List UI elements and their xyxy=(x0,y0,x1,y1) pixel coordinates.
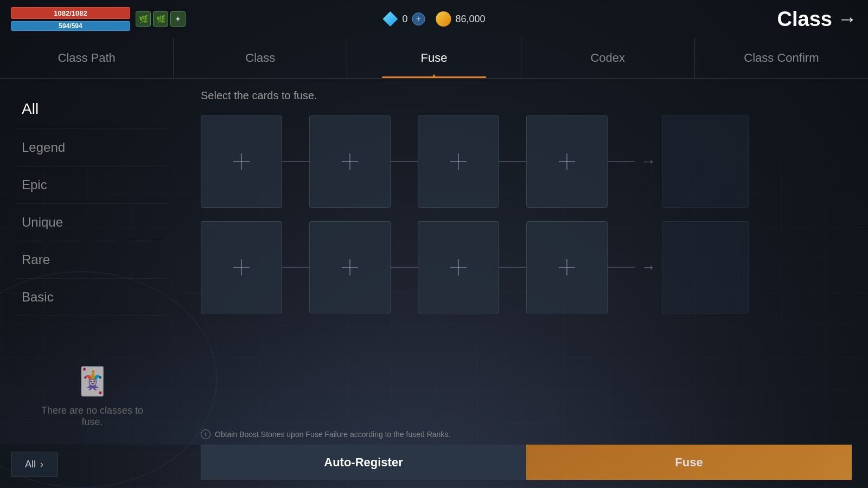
plus-cross-icon-7 xyxy=(450,259,467,275)
arrow-right-icon-2: → xyxy=(635,254,662,281)
filter-rare-label: Rare xyxy=(22,252,50,267)
connector-line-1 xyxy=(282,161,309,162)
class-arrow-icon: → xyxy=(838,8,857,30)
gold-currency: 86,000 xyxy=(436,11,485,27)
filter-rare[interactable]: Rare xyxy=(16,241,168,279)
gold-icon xyxy=(436,11,451,27)
filter-legend-label: Legend xyxy=(22,140,65,155)
connector-4 xyxy=(608,161,635,162)
connector-7 xyxy=(499,267,526,268)
all-filter-arrow: › xyxy=(40,459,43,470)
connector-line-5 xyxy=(282,267,309,268)
left-sidebar: All Legend Epic Unique Rare Basic 🃏 Ther… xyxy=(0,79,184,488)
diamond-currency: 0 + xyxy=(382,11,425,27)
plus-cross-icon-8 xyxy=(559,259,575,275)
tab-codex[interactable]: Codex xyxy=(521,38,695,78)
tab-class-confirm[interactable]: Class Confirm xyxy=(695,38,868,78)
fuse-row-2: → xyxy=(201,221,852,313)
tab-class-path-label: Class Path xyxy=(58,51,115,65)
all-filter-label: All xyxy=(25,459,36,470)
class-button-label: Class xyxy=(777,8,832,31)
plus-cross-icon-1 xyxy=(233,153,250,170)
filter-basic[interactable]: Basic xyxy=(16,279,168,316)
tab-class[interactable]: Class xyxy=(174,38,347,78)
auto-register-label: Auto-Register xyxy=(324,455,403,470)
filter-unique[interactable]: Unique xyxy=(16,204,168,241)
connector-line-7 xyxy=(499,267,526,268)
filter-legend[interactable]: Legend xyxy=(16,129,168,166)
info-text-label: Obtain Boost Stones upon Fuse Failure ac… xyxy=(215,430,450,439)
hp-bar: 1082/1082 xyxy=(11,7,130,19)
buff-icons: 🌿 🌿 ✦ xyxy=(136,11,186,27)
info-text: i Obtain Boost Stones upon Fuse Failure … xyxy=(201,429,852,439)
connector-line-6 xyxy=(391,267,418,268)
connector-line-3 xyxy=(499,161,526,162)
plus-cross-icon-2 xyxy=(342,153,358,170)
connector-line-2 xyxy=(391,161,418,162)
plus-cross-icon-6 xyxy=(342,259,358,275)
auto-register-button[interactable]: Auto-Register xyxy=(201,445,526,480)
info-icon: i xyxy=(201,429,210,439)
bottom-area: i Obtain Boost Stones upon Fuse Failure … xyxy=(184,421,868,488)
buff-icon-3: ✦ xyxy=(170,11,186,27)
tab-class-label: Class xyxy=(245,51,275,65)
tab-class-confirm-label: Class Confirm xyxy=(744,51,819,65)
plus-cross-icon-5 xyxy=(233,259,250,275)
fuse-row-1: → xyxy=(201,115,852,208)
filter-all-label: All xyxy=(22,100,39,117)
card-slot-2-2[interactable] xyxy=(309,221,391,313)
connector-line-8 xyxy=(608,267,635,268)
mp-bar: 594/594 xyxy=(11,21,130,31)
plus-cross-icon-4 xyxy=(559,153,575,170)
result-slot-1 xyxy=(662,115,749,208)
select-hint: Select the cards to fuse. xyxy=(201,89,852,102)
arrow-right-icon-1: → xyxy=(635,148,662,175)
filter-all[interactable]: All xyxy=(16,89,168,129)
card-slot-2-1[interactable] xyxy=(201,221,282,313)
card-slot-2-3[interactable] xyxy=(418,221,499,313)
connector-2 xyxy=(391,161,418,162)
connector-5 xyxy=(282,267,309,268)
card-slot-1-1[interactable] xyxy=(201,115,282,208)
add-diamond-button[interactable]: + xyxy=(412,12,425,25)
filter-basic-label: Basic xyxy=(22,290,54,304)
all-filter-button[interactable]: All › xyxy=(11,452,58,477)
tab-codex-label: Codex xyxy=(590,51,625,65)
connector-line-4 xyxy=(608,161,635,162)
filter-unique-label: Unique xyxy=(22,215,63,229)
bottom-buttons: Auto-Register Fuse xyxy=(201,445,852,480)
fuse-label: Fuse xyxy=(675,455,703,470)
filter-epic-label: Epic xyxy=(22,177,47,192)
connector-6 xyxy=(391,267,418,268)
health-bars: 1082/1082 594/594 xyxy=(11,7,130,31)
buff-icon-2: 🌿 xyxy=(153,11,168,27)
class-top-button[interactable]: Class → xyxy=(777,8,857,31)
empty-state-text: There are no classes to fuse. xyxy=(38,405,146,428)
currency-area: 0 + 86,000 xyxy=(382,11,485,27)
plus-cross-icon-3 xyxy=(450,153,467,170)
top-bar: 1082/1082 594/594 🌿 🌿 ✦ 0 + 86,000 Class… xyxy=(0,0,868,38)
fuse-button[interactable]: Fuse xyxy=(526,445,852,480)
card-slot-1-4[interactable] xyxy=(526,115,608,208)
nav-tabs: Class Path Class Fuse Codex Class Confir… xyxy=(0,38,868,79)
connector-8 xyxy=(608,267,635,268)
tab-fuse-label: Fuse xyxy=(421,51,448,65)
diamond-icon xyxy=(382,11,398,27)
empty-card-icon: 🃏 xyxy=(75,365,109,397)
diamond-count: 0 xyxy=(402,14,407,25)
card-slot-1-3[interactable] xyxy=(418,115,499,208)
connector-1 xyxy=(282,161,309,162)
tab-class-path[interactable]: Class Path xyxy=(0,38,174,78)
gold-count: 86,000 xyxy=(455,14,485,25)
result-slot-2 xyxy=(662,221,749,313)
connector-3 xyxy=(499,161,526,162)
card-slot-2-4[interactable] xyxy=(526,221,608,313)
card-slot-1-2[interactable] xyxy=(309,115,391,208)
tab-fuse[interactable]: Fuse xyxy=(347,38,521,78)
filter-epic[interactable]: Epic xyxy=(16,166,168,204)
buff-icon-1: 🌿 xyxy=(136,11,151,27)
